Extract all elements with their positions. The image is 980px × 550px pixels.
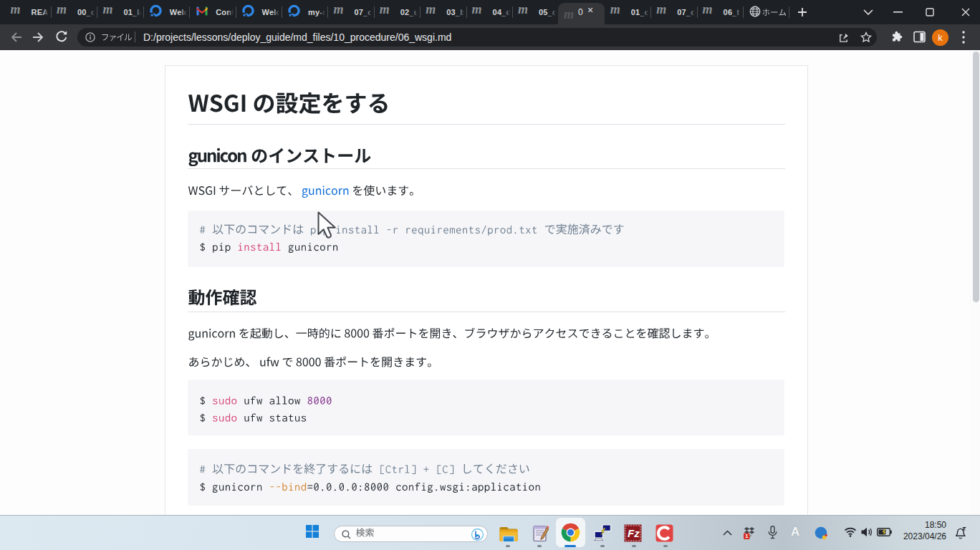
svg-text:1: 1 — [745, 533, 748, 539]
svg-text:Fz: Fz — [628, 527, 640, 539]
